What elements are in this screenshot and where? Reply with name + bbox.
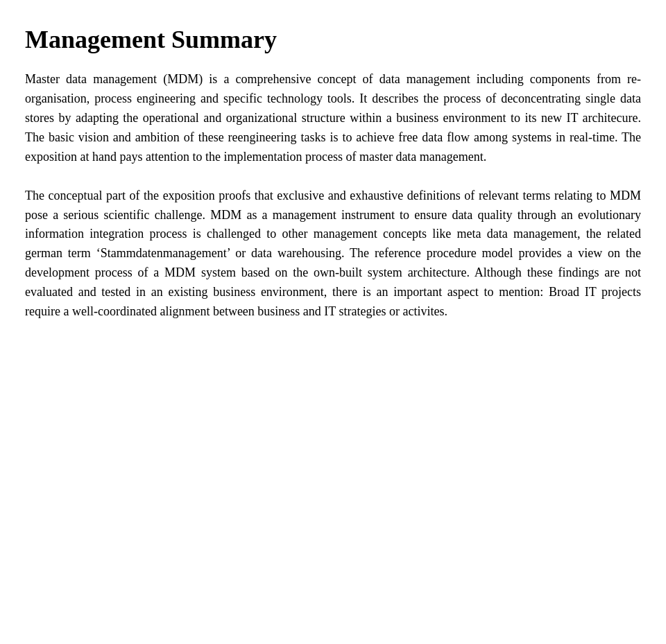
page-container: Management Summary Master data managemen…	[25, 25, 641, 322]
page-title: Management Summary	[25, 25, 641, 55]
paragraph-1: Master data management (MDM) is a compre…	[25, 70, 641, 166]
paragraph-2: The conceptual part of the exposition pr…	[25, 186, 641, 322]
